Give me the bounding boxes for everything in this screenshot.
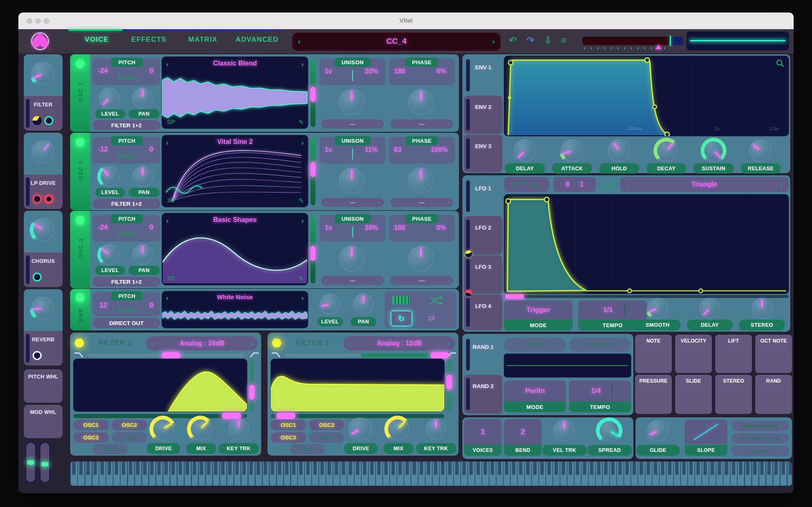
osc1-level-knob[interactable] [99, 88, 120, 108]
osc2-wavetable-name[interactable]: Vital Sine 2 [162, 138, 308, 146]
wavetable-next-icon[interactable]: › [301, 217, 304, 224]
env-hold-knob[interactable] [608, 139, 630, 162]
osc1-unison-detune-knob[interactable] [339, 89, 365, 115]
lfo-grid-size[interactable]: 8 - 1 [553, 177, 596, 192]
note-icon[interactable]: ♩ [617, 386, 625, 395]
macro4-mod-indicator[interactable] [33, 351, 42, 360]
filter2-display[interactable] [271, 359, 444, 411]
legato-toggle[interactable]: LEGATO [731, 446, 789, 456]
routing-next-icon[interactable]: › [154, 320, 156, 326]
osc1-corner-tag[interactable]: SP [167, 118, 175, 125]
osc1-transpose[interactable]: -24 [98, 67, 108, 75]
filter1-keytrk-knob[interactable] [228, 419, 249, 439]
osc1-phase-rand[interactable]: 0% [436, 68, 446, 75]
osc2-frame-handle[interactable] [310, 162, 315, 177]
model-prev-icon[interactable]: ‹ [348, 340, 351, 348]
voices-value-box[interactable]: 1 [464, 419, 502, 445]
lfo-smooth-knob[interactable] [647, 298, 668, 319]
veltrk-knob[interactable] [553, 420, 575, 441]
routing-next-icon[interactable]: › [154, 122, 156, 129]
env-decay-knob[interactable] [655, 139, 678, 162]
osc3-unison-detune-knob[interactable] [339, 246, 365, 272]
pitch-wheel[interactable] [25, 441, 36, 483]
osc3-level-knob[interactable] [99, 244, 120, 265]
filter2-cutoff-handle[interactable] [276, 413, 295, 419]
osc3-pan-knob[interactable] [132, 244, 153, 265]
macro4-label[interactable]: REVERB [24, 337, 63, 343]
sampler-pingpong-icon[interactable]: ⇄ [428, 313, 435, 323]
osc2-slot2-selector[interactable]: ‹ --- › [391, 198, 453, 207]
filter1-drive-knob[interactable] [151, 417, 174, 441]
osc1-phase-value[interactable]: 180 [394, 68, 405, 75]
source-slide[interactable]: SLIDE [675, 375, 712, 414]
glide-knob[interactable] [647, 420, 669, 441]
osc2-unison-voices[interactable]: 1v [325, 146, 332, 154]
osc1-slot1-selector[interactable]: ‹ --- › [321, 119, 384, 129]
redo-icon[interactable]: ↷ [527, 36, 534, 45]
lfo-smooth-icon[interactable] [602, 179, 617, 191]
filter1-display[interactable] [73, 359, 247, 411]
lfo-delay-knob[interactable] [699, 298, 720, 319]
lfo-grid-x[interactable]: 8 [566, 181, 570, 188]
osc1-power-led[interactable] [76, 59, 85, 68]
rand-sync-button[interactable]: SYNC [504, 338, 566, 351]
osc2-routing-selector[interactable]: ‹ FILTER 1+2 › [93, 199, 160, 209]
tab-rand1[interactable]: RAND 1 [464, 335, 502, 374]
filter2-input-osc1[interactable]: OSC1 [271, 420, 306, 430]
sampler-display[interactable]: ‹ White Noise › [162, 291, 308, 328]
env-release-knob[interactable] [749, 139, 772, 162]
slot-next-icon[interactable]: › [378, 277, 380, 283]
osc3-phase-rand[interactable]: 0% [436, 224, 446, 232]
source-rand[interactable]: RAND [755, 375, 792, 414]
filter2-blend-handle[interactable] [431, 352, 449, 358]
filter1-mix-knob[interactable] [189, 417, 212, 441]
octave-scale-toggle[interactable]: OCTAVE SCALE [731, 433, 789, 444]
piano-keyboard[interactable] [70, 462, 792, 486]
osc2-unison-detune-knob[interactable] [339, 168, 365, 194]
osc3-tune[interactable]: 0 [149, 223, 153, 232]
filter1-model-selector[interactable]: ‹ Analog : 24dB › [146, 336, 258, 351]
filter1-input-osc3[interactable]: OSC3 [73, 432, 108, 443]
macro1-mod-indicator-1[interactable] [33, 116, 42, 125]
osc1-wavetable-display[interactable]: ‹ Classic Blend › SP ✎ [162, 57, 308, 129]
slope-display[interactable] [685, 420, 727, 444]
shape-prev-icon[interactable]: ‹ [626, 181, 628, 189]
source-oct-note[interactable]: OCT NOTE [755, 335, 792, 373]
sample-next-icon[interactable]: › [301, 294, 304, 302]
macro2-edit-icon[interactable]: ✎ [55, 166, 60, 172]
bend-value-box[interactable]: 2 [504, 419, 542, 445]
osc1-pan-knob[interactable] [132, 88, 153, 108]
osc1-unison-amount[interactable]: 20% [365, 68, 378, 75]
filter2-keytrk-knob[interactable] [426, 419, 446, 439]
osc1-routing-selector[interactable]: ‹ FILTER 1+2 › [93, 120, 160, 130]
osc3-wavetable-display[interactable]: ‹ Basic Shapes › 2D ✎ [162, 213, 308, 285]
slot-prev-icon[interactable]: ‹ [394, 121, 396, 127]
slot-prev-icon[interactable]: ‹ [325, 199, 327, 205]
slot-next-icon[interactable]: › [378, 121, 380, 127]
filter1-input-fil2[interactable]: FIL2 [93, 444, 128, 454]
osc1-wave-edit-icon[interactable]: ✎ [298, 119, 304, 125]
filter1-blend-handle[interactable] [162, 352, 180, 358]
osc3-transpose[interactable]: -24 [98, 223, 108, 232]
slot-prev-icon[interactable]: ‹ [394, 199, 396, 205]
osc2-slot1-selector[interactable]: ‹ --- › [321, 198, 384, 207]
macro1-label[interactable]: FILTER [24, 102, 63, 108]
filter2-input-fil1[interactable]: FIL1 [290, 444, 325, 454]
lfo-stereo-knob[interactable] [751, 298, 772, 319]
lfo-grid-y[interactable]: 1 [580, 181, 583, 188]
preset-browser[interactable]: ‹ CC_4 › [292, 33, 501, 51]
lfo2-mod-indicator[interactable] [465, 250, 472, 257]
shape-next-icon[interactable]: › [780, 181, 783, 189]
tab-env3[interactable]: ENV 3 [464, 135, 502, 172]
slot-next-icon[interactable]: › [378, 199, 380, 205]
osc2-phase-value[interactable]: 83 [394, 146, 401, 154]
mod-wheel[interactable] [39, 441, 50, 483]
lfo-shape-selector[interactable]: ‹ Triangle › [620, 177, 789, 192]
routing-prev-icon[interactable]: ‹ [97, 122, 99, 129]
source-lift[interactable]: LIFT [715, 335, 752, 373]
macro3-mod-indicator[interactable] [33, 272, 42, 282]
black-keys[interactable] [70, 462, 792, 475]
macro4-edit-icon[interactable]: ✎ [55, 323, 60, 329]
osc2-phase-knob[interactable] [408, 168, 434, 194]
tab-advanced[interactable]: ADVANCED [233, 35, 281, 44]
